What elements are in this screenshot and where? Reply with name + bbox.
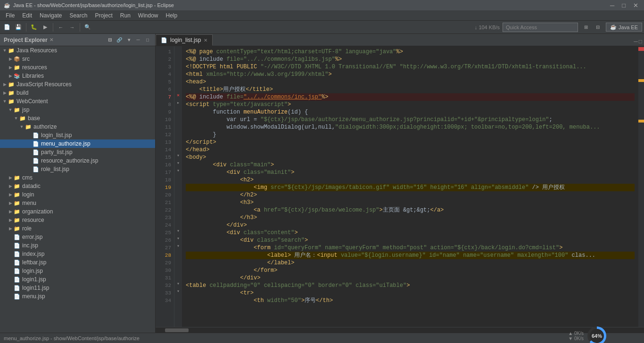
tree-item-resource-authorize[interactable]: 📄 resource_authorize.jsp <box>0 156 155 165</box>
code-editor[interactable]: 1 2 3 4 5 6 7 8 9 10 11 12 13 14 15 16 1… <box>156 46 644 327</box>
perspective-icon-2[interactable]: ⊟ <box>593 22 603 33</box>
tree-item-jsp[interactable]: ▼ 📁 jsp <box>0 106 155 114</box>
tab-close-button[interactable]: ✕ <box>204 38 207 43</box>
tree-item-login1-jsp[interactable]: 📄 login1.jsp <box>0 275 155 284</box>
folder-icon: 📁 <box>25 123 32 131</box>
perspective-button[interactable]: ☕ Java EE <box>606 23 642 32</box>
expand-arrow[interactable]: ▶ <box>8 192 13 197</box>
tree-item-menu-authorize[interactable]: 📄 menu_authorize.jsp <box>0 139 155 148</box>
expand-arrow[interactable]: ▼ <box>19 124 25 129</box>
menu-file[interactable]: File <box>2 11 18 20</box>
tree-item-role-list[interactable]: 📄 role_list.jsp <box>0 165 155 173</box>
expand-arrow[interactable]: ▼ <box>2 99 8 104</box>
gutter-26[interactable]: ▾ <box>174 235 182 242</box>
line-num-20: 20 <box>156 191 174 199</box>
tree-item-libraries[interactable]: ▶ 📚 Libraries <box>0 72 155 80</box>
tree-label: base <box>28 115 40 122</box>
tree-item-base[interactable]: ▼ 📁 base <box>0 114 155 122</box>
toolbar-run[interactable]: ▶ <box>40 22 50 33</box>
menu-run[interactable]: Run <box>116 11 134 20</box>
gutter-32[interactable]: ▾ <box>174 280 182 287</box>
expand-arrow[interactable]: ▶ <box>8 209 13 214</box>
maximize-button[interactable]: □ <box>620 2 627 9</box>
tree-item-src[interactable]: ▶ 📦 src <box>0 55 155 63</box>
tree-label: cms <box>22 174 33 181</box>
expand-arrow[interactable]: ▶ <box>8 65 13 70</box>
gutter-27[interactable]: ▾ <box>174 242 182 250</box>
expand-arrow[interactable]: ▶ <box>8 226 13 231</box>
view-menu-icon[interactable]: ▾ <box>125 36 132 44</box>
expand-arrow[interactable]: ▶ <box>8 218 13 222</box>
tree-item-login11-jsp[interactable]: 📄 login11.jsp <box>0 284 155 292</box>
menu-edit[interactable]: Edit <box>18 11 36 20</box>
toolbar-right: ↓ 104 KB/s Quick Access ⊞ ⊟ ☕ Java EE <box>475 22 642 33</box>
panel-close-icon[interactable]: ✕ <box>48 37 55 42</box>
tree-item-datadic[interactable]: ▶ 📁 datadic <box>0 182 155 190</box>
tree-item-role[interactable]: ▶ 📁 role <box>0 224 155 233</box>
expand-arrow[interactable]: ▼ <box>13 116 19 121</box>
tree-item-inc-jsp[interactable]: 📄 inc.jsp <box>0 241 155 250</box>
code-line-5: <head> <box>186 78 635 86</box>
gutter-33[interactable]: ▾ <box>174 287 182 295</box>
tree-label: resources <box>22 64 47 71</box>
tree-item-resource[interactable]: ▶ 📁 resource <box>0 216 155 224</box>
code-content[interactable]: <%@ page contentType="text/html;charset=… <box>182 46 638 327</box>
tree-item-build[interactable]: ▶ 📁 build <box>0 89 155 97</box>
gutter-17[interactable]: ▾ <box>174 167 182 174</box>
gutter-8[interactable]: ▸ <box>174 99 182 106</box>
toolbar-debug[interactable]: 🐛 <box>29 22 39 33</box>
tree-item-webcontent[interactable]: ▼ 📁 WebContent <box>0 97 155 106</box>
menu-navigate[interactable]: Navigate <box>36 11 66 20</box>
tree-item-error-jsp[interactable]: 📄 error.jsp <box>0 233 155 241</box>
tree-item-java-resources[interactable]: ▼ 📁 Java Resources <box>0 46 155 55</box>
expand-arrow[interactable]: ▶ <box>8 201 13 205</box>
toolbar-save[interactable]: 💾 <box>13 22 24 33</box>
minimize-button[interactable]: ─ <box>608 2 616 9</box>
toolbar-new[interactable]: 📄 <box>2 22 12 33</box>
tree-label: resource <box>22 217 44 223</box>
menu-window[interactable]: Window <box>134 11 162 20</box>
expand-arrow[interactable]: ▶ <box>8 175 13 180</box>
expand-arrow[interactable]: ▼ <box>2 48 8 53</box>
close-button[interactable]: ✕ <box>631 2 640 9</box>
expand-arrow[interactable]: ▶ <box>8 74 13 78</box>
menu-search[interactable]: Search <box>66 11 91 20</box>
editor-tab-login-list[interactable]: 📄 login_list.jsp ✕ <box>156 34 213 46</box>
tree-item-login-list[interactable]: 📄 login_list.jsp <box>0 131 155 139</box>
expand-arrow[interactable]: ▼ <box>8 107 13 112</box>
gutter-9 <box>174 106 182 114</box>
tree-item-cms[interactable]: ▶ 📁 cms <box>0 173 155 182</box>
link-editor-icon[interactable]: 🔗 <box>116 36 123 44</box>
tree-item-party-list[interactable]: 📄 party_list.jsp <box>0 148 155 156</box>
perspective-icon: ☕ <box>610 24 617 30</box>
minimize-view-icon[interactable]: ─ <box>134 36 142 44</box>
tree-item-leftbar-jsp[interactable]: 📄 leftbar.jsp <box>0 258 155 267</box>
toolbar-search[interactable]: 🔍 <box>83 22 93 33</box>
menu-help[interactable]: Help <box>162 11 182 20</box>
tree-item-login[interactable]: ▶ 📁 login <box>0 190 155 199</box>
toolbar-forward[interactable]: → <box>67 22 77 33</box>
expand-arrow[interactable]: ▶ <box>2 90 8 95</box>
gutter-25[interactable]: ▾ <box>174 227 182 235</box>
tree-item-resources[interactable]: ▶ 📁 resources <box>0 63 155 72</box>
tree-item-js-resources[interactable]: ▶ 📁 JavaScript Resources <box>0 80 155 89</box>
menu-project[interactable]: Project <box>91 11 116 20</box>
gutter-15[interactable]: ▾ <box>174 152 182 159</box>
expand-arrow[interactable]: ▶ <box>2 82 8 87</box>
gutter-16[interactable]: ▾ <box>174 159 182 167</box>
toolbar-back[interactable]: ← <box>56 22 66 33</box>
maximize-view-icon[interactable]: □ <box>144 36 151 44</box>
tree-item-menu-jsp[interactable]: 📄 menu.jsp <box>0 292 155 301</box>
tree-item-index-jsp[interactable]: 📄 index.jsp <box>0 250 155 258</box>
minimize-editor-icon[interactable]: ─ <box>634 38 638 45</box>
tree-item-login-jsp[interactable]: 📄 login.jsp <box>0 267 155 275</box>
collapse-all-icon[interactable]: ⊟ <box>106 36 114 44</box>
perspective-icon-1[interactable]: ⊞ <box>581 22 591 33</box>
quick-access-box[interactable]: Quick Access <box>503 23 578 32</box>
expand-arrow[interactable]: ▶ <box>8 57 13 61</box>
tree-item-authorize[interactable]: ▼ 📁 authorize <box>0 122 155 131</box>
tree-item-organization[interactable]: ▶ 📁 organization <box>0 207 155 216</box>
maximize-editor-icon[interactable]: □ <box>639 38 642 45</box>
expand-arrow[interactable]: ▶ <box>8 184 13 188</box>
tree-item-menu[interactable]: ▶ 📁 menu <box>0 199 155 207</box>
